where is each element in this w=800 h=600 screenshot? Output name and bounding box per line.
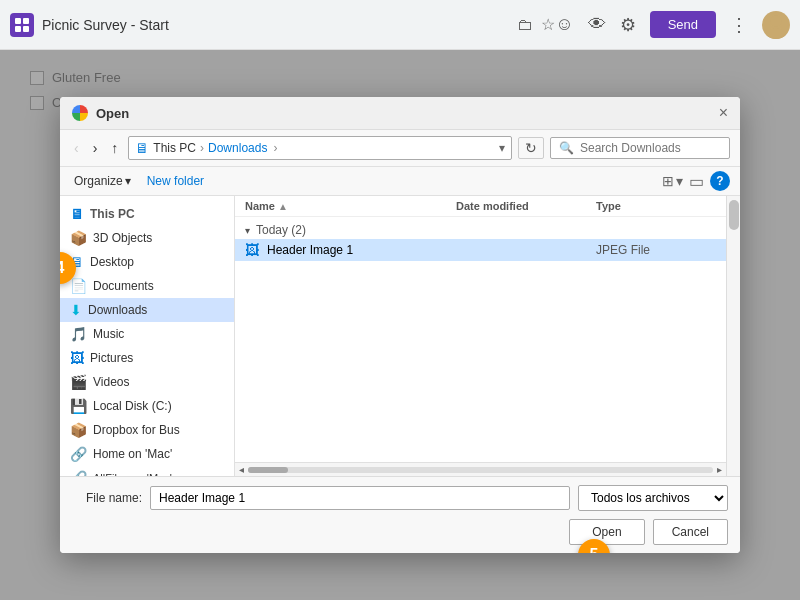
svg-point-4 — [770, 15, 782, 27]
sidebar-root: 🖥 This PC — [60, 202, 234, 226]
breadcrumb-separator-1: › — [200, 141, 204, 155]
new-folder-button[interactable]: New folder — [143, 172, 208, 190]
svg-rect-2 — [15, 26, 21, 32]
file-name-label: Header Image 1 — [267, 243, 456, 257]
close-button[interactable]: × — [719, 105, 728, 121]
file-row-header-image-1[interactable]: 🖼 Header Image 1 JPEG File — [235, 239, 726, 261]
sidebar-item-documents[interactable]: 📄 Documents — [60, 274, 234, 298]
column-name[interactable]: Name ▲ — [245, 200, 456, 212]
sidebar-downloads-icon: ⬇ — [70, 302, 82, 318]
sidebar-allfiles-label: AllFiles on 'Mac' — [93, 472, 172, 476]
sort-arrow-icon: ▲ — [278, 201, 288, 212]
hscroll-left-icon[interactable]: ◂ — [239, 464, 244, 475]
sidebar-disk-label: Local Disk (C:) — [93, 399, 172, 413]
view-grid-icon: ⊞ — [662, 173, 674, 189]
sidebar-home-mac-icon: 🔗 — [70, 446, 87, 462]
breadcrumb-folder-icon: 🖥 — [135, 140, 149, 156]
filetype-select[interactable]: Todos los archivos — [578, 485, 728, 511]
file-jpeg-icon: 🖼 — [245, 242, 259, 258]
dialog-overlay: 4 Open × ‹ › ↑ 🖥 This PC › Downloads › ▾ — [0, 50, 800, 600]
sidebar-item-downloads[interactable]: ⬇ Downloads — [60, 298, 234, 322]
organize-chevron-icon: ▾ — [125, 174, 131, 188]
chrome-logo-icon — [72, 105, 88, 121]
dialog-titlebar: Open × — [60, 97, 740, 130]
up-button[interactable]: ↑ — [107, 138, 122, 158]
breadcrumb[interactable]: 🖥 This PC › Downloads › ▾ — [128, 136, 512, 160]
file-list-wrapper: Name ▲ Date modified Type ▾ Today (2) 🖼 — [235, 196, 726, 476]
settings-icon[interactable]: ⚙ — [620, 14, 636, 36]
folder-icon[interactable]: 🗀 — [517, 16, 533, 34]
organize-button[interactable]: Organize ▾ — [70, 172, 135, 190]
dialog-bottom-bar: File name: Todos los archivos Open Cance… — [60, 476, 740, 553]
sidebar-videos-icon: 🎬 — [70, 374, 87, 390]
breadcrumb-part-1: This PC — [153, 141, 196, 155]
sidebar-item-allfiles-mac[interactable]: 🔗 AllFiles on 'Mac' ▾ — [60, 466, 234, 476]
sidebar-dropbox-icon: 📦 — [70, 422, 87, 438]
breadcrumb-dropdown-icon[interactable]: ▾ — [499, 141, 505, 155]
chrome-titlebar: Picnic Survey - Start 🗀 ☆ ☺ 👁 ⚙ Send ⋮ — [0, 0, 800, 50]
sidebar-dropbox-label: Dropbox for Bus — [93, 423, 180, 437]
svg-point-5 — [766, 28, 786, 39]
sidebar-pictures-label: Pictures — [90, 351, 133, 365]
sidebar-allfiles-dropdown[interactable]: ▾ — [180, 473, 185, 477]
dialog-sidebar: 🖥 This PC 📦 3D Objects 🖥 Desktop 📄 Docum… — [60, 196, 235, 476]
hscroll-track — [248, 467, 713, 473]
chrome-toolbar-right: ☺ 👁 ⚙ Send ⋮ — [555, 11, 790, 39]
sidebar-downloads-label: Downloads — [88, 303, 147, 317]
vertical-scrollbar[interactable] — [726, 196, 740, 476]
sidebar-item-home-mac[interactable]: 🔗 Home on 'Mac' — [60, 442, 234, 466]
search-box: 🔍 — [550, 137, 730, 159]
eye-icon[interactable]: 👁 — [588, 14, 606, 35]
sidebar-documents-label: Documents — [93, 279, 154, 293]
organize-label: Organize — [74, 174, 123, 188]
emoji-icon[interactable]: ☺ — [555, 14, 573, 35]
file-group-today: ▾ Today (2) — [235, 217, 726, 239]
view-toolbar: Organize ▾ New folder ⊞ ▾ ▭ ? — [60, 167, 740, 196]
sidebar-allfiles-icon: 🔗 — [70, 470, 87, 476]
svg-rect-1 — [23, 18, 29, 24]
sidebar-root-label: This PC — [90, 207, 135, 221]
layout-button[interactable]: ▭ — [689, 172, 704, 191]
hscroll-right-icon[interactable]: ▸ — [717, 464, 722, 475]
sidebar-item-pictures[interactable]: 🖼 Pictures — [60, 346, 234, 370]
column-date[interactable]: Date modified — [456, 200, 596, 212]
horizontal-scrollbar[interactable]: ◂ ▸ — [235, 462, 726, 476]
dialog-title: Open — [96, 106, 719, 121]
forward-button[interactable]: › — [89, 138, 102, 158]
search-input[interactable] — [580, 141, 700, 155]
group-chevron-icon[interactable]: ▾ — [245, 225, 250, 236]
hscroll-thumb[interactable] — [248, 467, 288, 473]
view-dropdown-icon: ▾ — [676, 173, 683, 189]
app-icon — [10, 13, 34, 37]
view-toggle-button[interactable]: ⊞ ▾ — [662, 173, 683, 189]
vscroll-thumb[interactable] — [729, 200, 739, 230]
filename-input[interactable] — [150, 486, 570, 510]
svg-rect-0 — [15, 18, 21, 24]
sidebar-item-local-disk[interactable]: 💾 Local Disk (C:) — [60, 394, 234, 418]
avatar[interactable] — [762, 11, 790, 39]
column-type[interactable]: Type — [596, 200, 716, 212]
sidebar-home-mac-label: Home on 'Mac' — [93, 447, 172, 461]
sidebar-item-3d-objects[interactable]: 📦 3D Objects — [60, 226, 234, 250]
refresh-button[interactable]: ↻ — [518, 137, 544, 159]
send-button[interactable]: Send — [650, 11, 716, 38]
search-icon: 🔍 — [559, 141, 574, 155]
sidebar-music-icon: 🎵 — [70, 326, 87, 342]
bookmark-icon[interactable]: ☆ — [541, 15, 555, 34]
sidebar-item-videos[interactable]: 🎬 Videos — [60, 370, 234, 394]
file-type-label: JPEG File — [596, 243, 716, 257]
sidebar-item-music[interactable]: 🎵 Music — [60, 322, 234, 346]
sidebar-videos-label: Videos — [93, 375, 129, 389]
sidebar-3d-label: 3D Objects — [93, 231, 152, 245]
open-button[interactable]: Open — [569, 519, 644, 545]
sidebar-item-desktop[interactable]: 🖥 Desktop — [60, 250, 234, 274]
sidebar-music-label: Music — [93, 327, 124, 341]
back-button[interactable]: ‹ — [70, 138, 83, 158]
sidebar-desktop-label: Desktop — [90, 255, 134, 269]
help-button[interactable]: ? — [710, 171, 730, 191]
dialog-actions: Open Cancel — [72, 519, 728, 545]
sidebar-item-dropbox[interactable]: 📦 Dropbox for Bus — [60, 418, 234, 442]
more-menu-icon[interactable]: ⋮ — [730, 14, 748, 36]
page-background: Gluten Free Other... 4 Open × ‹ › ↑ 🖥 — [0, 50, 800, 600]
cancel-button[interactable]: Cancel — [653, 519, 728, 545]
